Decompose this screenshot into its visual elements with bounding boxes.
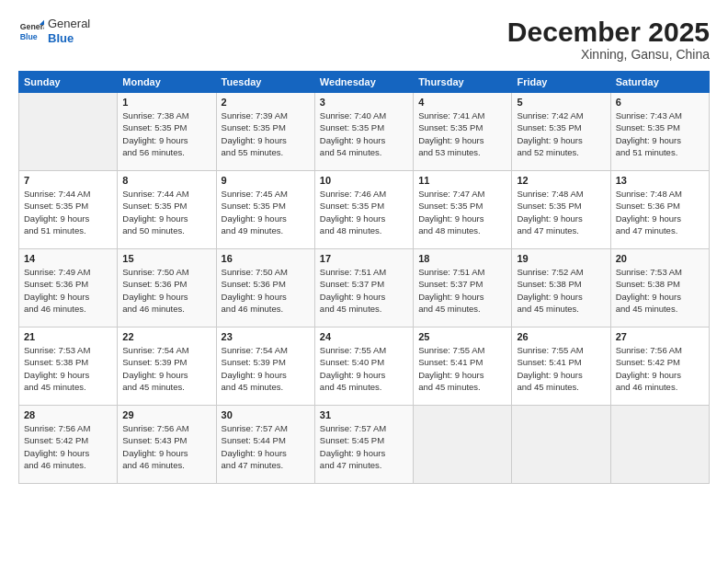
calendar-week-5: 28Sunrise: 7:56 AMSunset: 5:42 PMDayligh…: [19, 406, 710, 484]
calendar-subtitle: Xinning, Gansu, China: [507, 47, 710, 62]
day-info: Sunrise: 7:41 AMSunset: 5:35 PMDaylight:…: [418, 109, 506, 158]
day-info: Sunrise: 7:57 AMSunset: 5:45 PMDaylight:…: [320, 422, 408, 471]
day-info: Sunrise: 7:45 AMSunset: 5:35 PMDaylight:…: [222, 188, 310, 236]
table-row: 3Sunrise: 7:40 AMSunset: 5:35 PMDaylight…: [314, 93, 413, 171]
day-info: Sunrise: 7:48 AMSunset: 5:36 PMDaylight:…: [616, 188, 704, 236]
table-row: [414, 406, 512, 484]
col-tuesday: Tuesday: [216, 72, 314, 93]
day-info: Sunrise: 7:39 AMSunset: 5:35 PMDaylight:…: [222, 109, 310, 158]
day-number: 24: [320, 331, 408, 342]
table-row: 17Sunrise: 7:51 AMSunset: 5:37 PMDayligh…: [314, 249, 413, 327]
table-row: 9Sunrise: 7:45 AMSunset: 5:35 PMDaylight…: [216, 171, 314, 249]
table-row: 19Sunrise: 7:52 AMSunset: 5:38 PMDayligh…: [512, 249, 610, 327]
col-thursday: Thursday: [414, 72, 512, 93]
header-row: Sunday Monday Tuesday Wednesday Thursday…: [19, 72, 710, 93]
table-row: 28Sunrise: 7:56 AMSunset: 5:42 PMDayligh…: [19, 406, 118, 484]
day-info: Sunrise: 7:42 AMSunset: 5:35 PMDaylight:…: [517, 109, 605, 158]
day-info: Sunrise: 7:47 AMSunset: 5:35 PMDaylight:…: [418, 188, 506, 236]
day-number: 15: [122, 253, 210, 264]
svg-text:Blue: Blue: [20, 31, 38, 40]
col-monday: Monday: [118, 72, 216, 93]
table-row: [610, 406, 709, 484]
day-number: 28: [24, 409, 112, 420]
table-row: 8Sunrise: 7:44 AMSunset: 5:35 PMDaylight…: [118, 171, 216, 249]
day-info: Sunrise: 7:57 AMSunset: 5:44 PMDaylight:…: [222, 422, 310, 471]
day-info: Sunrise: 7:54 AMSunset: 5:39 PMDaylight:…: [222, 344, 310, 393]
day-number: 14: [24, 253, 112, 264]
day-number: 12: [517, 175, 605, 186]
table-row: 27Sunrise: 7:56 AMSunset: 5:42 PMDayligh…: [610, 327, 709, 406]
calendar-week-4: 21Sunrise: 7:53 AMSunset: 5:38 PMDayligh…: [19, 327, 710, 406]
day-info: Sunrise: 7:50 AMSunset: 5:36 PMDaylight:…: [122, 266, 210, 315]
table-row: 1Sunrise: 7:38 AMSunset: 5:35 PMDaylight…: [118, 93, 216, 171]
table-row: 2Sunrise: 7:39 AMSunset: 5:35 PMDaylight…: [216, 93, 314, 171]
day-info: Sunrise: 7:44 AMSunset: 5:35 PMDaylight:…: [122, 188, 210, 236]
logo-blue-text: Blue: [48, 31, 90, 46]
table-row: 18Sunrise: 7:51 AMSunset: 5:37 PMDayligh…: [414, 249, 512, 327]
day-info: Sunrise: 7:50 AMSunset: 5:36 PMDaylight:…: [222, 266, 310, 315]
day-info: Sunrise: 7:40 AMSunset: 5:35 PMDaylight:…: [320, 109, 408, 158]
day-number: 2: [222, 97, 310, 108]
col-sunday: Sunday: [19, 72, 118, 93]
day-number: 29: [122, 409, 210, 420]
table-row: 6Sunrise: 7:43 AMSunset: 5:35 PMDaylight…: [610, 93, 709, 171]
table-row: 29Sunrise: 7:56 AMSunset: 5:43 PMDayligh…: [118, 406, 216, 484]
table-row: 15Sunrise: 7:50 AMSunset: 5:36 PMDayligh…: [118, 249, 216, 327]
day-number: 6: [616, 97, 704, 108]
day-info: Sunrise: 7:55 AMSunset: 5:41 PMDaylight:…: [517, 344, 605, 393]
table-row: 16Sunrise: 7:50 AMSunset: 5:36 PMDayligh…: [216, 249, 314, 327]
table-row: 26Sunrise: 7:55 AMSunset: 5:41 PMDayligh…: [512, 327, 610, 406]
day-info: Sunrise: 7:43 AMSunset: 5:35 PMDaylight:…: [616, 109, 704, 158]
table-row: 4Sunrise: 7:41 AMSunset: 5:35 PMDaylight…: [414, 93, 512, 171]
day-info: Sunrise: 7:51 AMSunset: 5:37 PMDaylight:…: [418, 266, 506, 315]
table-row: [512, 406, 610, 484]
table-row: 12Sunrise: 7:48 AMSunset: 5:35 PMDayligh…: [512, 171, 610, 249]
day-number: 26: [517, 331, 605, 342]
day-info: Sunrise: 7:44 AMSunset: 5:35 PMDaylight:…: [24, 188, 112, 236]
day-info: Sunrise: 7:49 AMSunset: 5:36 PMDaylight:…: [24, 266, 112, 315]
day-info: Sunrise: 7:56 AMSunset: 5:42 PMDaylight:…: [616, 344, 704, 393]
table-row: 21Sunrise: 7:53 AMSunset: 5:38 PMDayligh…: [19, 327, 118, 406]
day-number: 30: [222, 409, 310, 420]
table-row: 30Sunrise: 7:57 AMSunset: 5:44 PMDayligh…: [216, 406, 314, 484]
table-row: 10Sunrise: 7:46 AMSunset: 5:35 PMDayligh…: [314, 171, 413, 249]
table-row: 23Sunrise: 7:54 AMSunset: 5:39 PMDayligh…: [216, 327, 314, 406]
day-info: Sunrise: 7:56 AMSunset: 5:43 PMDaylight:…: [122, 422, 210, 471]
header: General Blue General Blue December 2025 …: [18, 17, 710, 62]
table-row: 31Sunrise: 7:57 AMSunset: 5:45 PMDayligh…: [314, 406, 413, 484]
day-number: 9: [222, 175, 310, 186]
day-info: Sunrise: 7:38 AMSunset: 5:35 PMDaylight:…: [122, 109, 210, 158]
table-row: 25Sunrise: 7:55 AMSunset: 5:41 PMDayligh…: [414, 327, 512, 406]
day-number: 7: [24, 175, 112, 186]
table-row: 11Sunrise: 7:47 AMSunset: 5:35 PMDayligh…: [414, 171, 512, 249]
day-info: Sunrise: 7:56 AMSunset: 5:42 PMDaylight:…: [24, 422, 112, 471]
calendar-page: General Blue General Blue December 2025 …: [0, 0, 728, 563]
calendar-title: December 2025: [507, 17, 710, 47]
day-number: 5: [517, 97, 605, 108]
day-info: Sunrise: 7:53 AMSunset: 5:38 PMDaylight:…: [24, 344, 112, 393]
table-row: 20Sunrise: 7:53 AMSunset: 5:38 PMDayligh…: [610, 249, 709, 327]
day-number: 22: [122, 331, 210, 342]
calendar-week-1: 1Sunrise: 7:38 AMSunset: 5:35 PMDaylight…: [19, 93, 710, 171]
col-wednesday: Wednesday: [314, 72, 413, 93]
day-number: 8: [122, 175, 210, 186]
logo-general-text: General: [48, 17, 90, 31]
day-number: 27: [616, 331, 704, 342]
day-info: Sunrise: 7:54 AMSunset: 5:39 PMDaylight:…: [122, 344, 210, 393]
day-info: Sunrise: 7:46 AMSunset: 5:35 PMDaylight:…: [320, 188, 408, 236]
day-info: Sunrise: 7:52 AMSunset: 5:38 PMDaylight:…: [517, 266, 605, 315]
day-info: Sunrise: 7:55 AMSunset: 5:41 PMDaylight:…: [418, 344, 506, 393]
day-number: 21: [24, 331, 112, 342]
table-row: 22Sunrise: 7:54 AMSunset: 5:39 PMDayligh…: [118, 327, 216, 406]
day-number: 16: [222, 253, 310, 264]
calendar-week-3: 14Sunrise: 7:49 AMSunset: 5:36 PMDayligh…: [19, 249, 710, 327]
day-number: 17: [320, 253, 408, 264]
day-info: Sunrise: 7:48 AMSunset: 5:35 PMDaylight:…: [517, 188, 605, 236]
day-number: 18: [418, 253, 506, 264]
col-saturday: Saturday: [610, 72, 709, 93]
day-info: Sunrise: 7:53 AMSunset: 5:38 PMDaylight:…: [616, 266, 704, 315]
table-row: 7Sunrise: 7:44 AMSunset: 5:35 PMDaylight…: [19, 171, 118, 249]
day-number: 19: [517, 253, 605, 264]
day-number: 25: [418, 331, 506, 342]
day-number: 23: [222, 331, 310, 342]
